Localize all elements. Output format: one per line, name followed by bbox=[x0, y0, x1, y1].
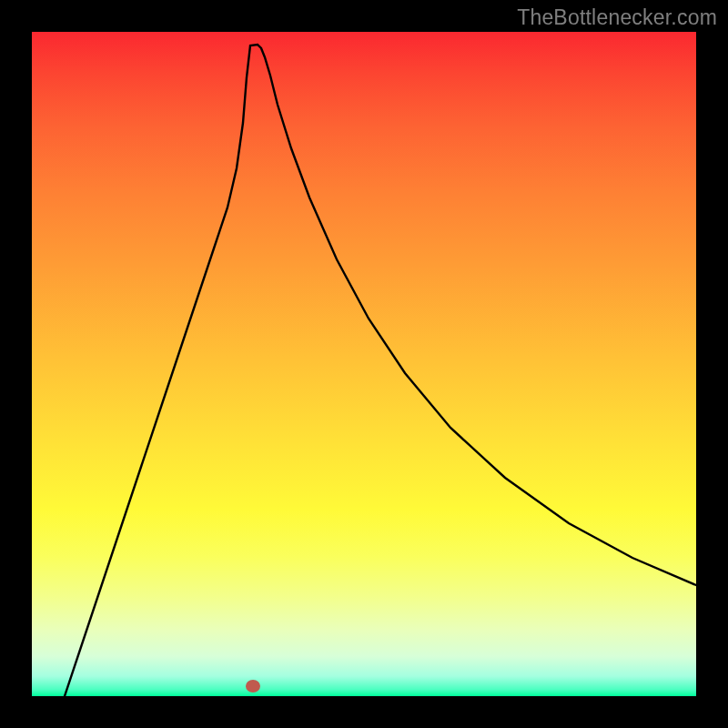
plot-area bbox=[32, 32, 696, 696]
watermark-text: TheBottlenecker.com bbox=[517, 5, 717, 30]
min-marker bbox=[246, 680, 260, 693]
chart-frame: TheBottlenecker.com bbox=[0, 0, 728, 728]
chart-svg bbox=[32, 32, 696, 696]
bottleneck-curve bbox=[65, 45, 696, 696]
